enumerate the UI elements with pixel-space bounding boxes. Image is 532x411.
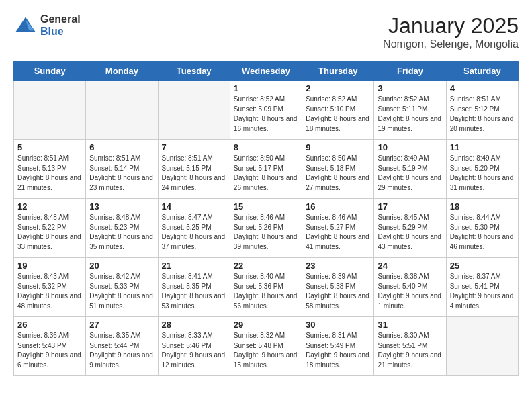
- day-detail: Sunrise: 8:31 AM Sunset: 5:49 PM Dayligh…: [306, 331, 370, 370]
- day-detail: Sunrise: 8:32 AM Sunset: 5:48 PM Dayligh…: [234, 331, 298, 370]
- calendar-day-cell: 15Sunrise: 8:46 AM Sunset: 5:26 PM Dayli…: [230, 199, 302, 258]
- day-detail: Sunrise: 8:45 AM Sunset: 5:29 PM Dayligh…: [378, 213, 442, 252]
- calendar-week-row: 5Sunrise: 8:51 AM Sunset: 5:13 PM Daylig…: [14, 140, 519, 199]
- calendar-day-cell: 3Sunrise: 8:52 AM Sunset: 5:11 PM Daylig…: [374, 81, 446, 140]
- day-number: 1: [234, 83, 298, 93]
- day-number: 24: [378, 261, 442, 271]
- page-header: General Blue January 2025 Nomgon, Seleng…: [13, 13, 519, 50]
- weekday-header: Friday: [374, 62, 446, 81]
- logo-general: General: [40, 13, 81, 26]
- calendar-week-row: 1Sunrise: 8:52 AM Sunset: 5:09 PM Daylig…: [14, 81, 519, 140]
- day-detail: Sunrise: 8:51 AM Sunset: 5:12 PM Dayligh…: [450, 95, 515, 134]
- calendar-day-cell: [446, 317, 518, 376]
- day-detail: Sunrise: 8:51 AM Sunset: 5:15 PM Dayligh…: [162, 154, 226, 193]
- day-detail: Sunrise: 8:36 AM Sunset: 5:43 PM Dayligh…: [17, 331, 82, 370]
- day-number: 9: [306, 142, 370, 152]
- day-number: 2: [306, 83, 370, 93]
- calendar-table: SundayMondayTuesdayWednesdayThursdayFrid…: [13, 61, 519, 376]
- day-number: 27: [89, 320, 154, 330]
- calendar-day-cell: 25Sunrise: 8:37 AM Sunset: 5:41 PM Dayli…: [446, 258, 518, 317]
- weekday-header: Thursday: [302, 62, 374, 81]
- calendar-week-row: 19Sunrise: 8:43 AM Sunset: 5:32 PM Dayli…: [14, 258, 519, 317]
- day-detail: Sunrise: 8:49 AM Sunset: 5:20 PM Dayligh…: [450, 154, 515, 193]
- weekday-header: Sunday: [14, 62, 86, 81]
- logo-blue: Blue: [40, 26, 81, 38]
- day-number: 15: [234, 201, 298, 212]
- day-detail: Sunrise: 8:46 AM Sunset: 5:27 PM Dayligh…: [306, 213, 370, 252]
- day-detail: Sunrise: 8:52 AM Sunset: 5:09 PM Dayligh…: [234, 95, 298, 134]
- day-detail: Sunrise: 8:51 AM Sunset: 5:14 PM Dayligh…: [89, 154, 154, 193]
- day-detail: Sunrise: 8:40 AM Sunset: 5:36 PM Dayligh…: [234, 272, 298, 311]
- calendar-day-cell: 31Sunrise: 8:30 AM Sunset: 5:51 PM Dayli…: [374, 317, 446, 376]
- calendar-subtitle: Nomgon, Selenge, Mongolia: [383, 38, 519, 50]
- calendar-day-cell: 27Sunrise: 8:35 AM Sunset: 5:44 PM Dayli…: [86, 317, 158, 376]
- day-number: 7: [162, 142, 226, 152]
- day-number: 28: [162, 320, 226, 330]
- day-detail: Sunrise: 8:41 AM Sunset: 5:35 PM Dayligh…: [162, 272, 226, 311]
- calendar-day-cell: 6Sunrise: 8:51 AM Sunset: 5:14 PM Daylig…: [86, 140, 158, 199]
- day-number: 22: [234, 261, 298, 271]
- weekday-header-row: SundayMondayTuesdayWednesdayThursdayFrid…: [14, 62, 519, 81]
- calendar-day-cell: [158, 81, 230, 140]
- calendar-day-cell: 7Sunrise: 8:51 AM Sunset: 5:15 PM Daylig…: [158, 140, 230, 199]
- calendar-day-cell: 30Sunrise: 8:31 AM Sunset: 5:49 PM Dayli…: [302, 317, 374, 376]
- day-detail: Sunrise: 8:51 AM Sunset: 5:13 PM Dayligh…: [17, 154, 82, 193]
- logo: General Blue: [13, 13, 81, 38]
- logo-text: General Blue: [40, 13, 81, 37]
- day-detail: Sunrise: 8:39 AM Sunset: 5:38 PM Dayligh…: [306, 272, 370, 311]
- day-number: 25: [450, 261, 515, 271]
- day-number: 14: [162, 201, 226, 212]
- day-number: 21: [162, 261, 226, 271]
- calendar-day-cell: 5Sunrise: 8:51 AM Sunset: 5:13 PM Daylig…: [14, 140, 86, 199]
- day-detail: Sunrise: 8:50 AM Sunset: 5:18 PM Dayligh…: [306, 154, 370, 193]
- calendar-day-cell: 21Sunrise: 8:41 AM Sunset: 5:35 PM Dayli…: [158, 258, 230, 317]
- day-detail: Sunrise: 8:52 AM Sunset: 5:11 PM Dayligh…: [378, 95, 442, 134]
- calendar-week-row: 26Sunrise: 8:36 AM Sunset: 5:43 PM Dayli…: [14, 317, 519, 376]
- calendar-day-cell: 16Sunrise: 8:46 AM Sunset: 5:27 PM Dayli…: [302, 199, 374, 258]
- day-number: 5: [17, 142, 82, 152]
- weekday-header: Monday: [86, 62, 158, 81]
- day-number: 10: [378, 142, 442, 152]
- calendar-day-cell: 22Sunrise: 8:40 AM Sunset: 5:36 PM Dayli…: [230, 258, 302, 317]
- calendar-day-cell: 29Sunrise: 8:32 AM Sunset: 5:48 PM Dayli…: [230, 317, 302, 376]
- calendar-title: January 2025: [383, 13, 519, 38]
- day-detail: Sunrise: 8:46 AM Sunset: 5:26 PM Dayligh…: [234, 213, 298, 252]
- day-detail: Sunrise: 8:38 AM Sunset: 5:40 PM Dayligh…: [378, 272, 442, 311]
- day-detail: Sunrise: 8:33 AM Sunset: 5:46 PM Dayligh…: [162, 331, 226, 370]
- calendar-day-cell: 9Sunrise: 8:50 AM Sunset: 5:18 PM Daylig…: [302, 140, 374, 199]
- day-detail: Sunrise: 8:48 AM Sunset: 5:22 PM Dayligh…: [17, 213, 82, 252]
- weekday-header: Wednesday: [230, 62, 302, 81]
- day-detail: Sunrise: 8:49 AM Sunset: 5:19 PM Dayligh…: [378, 154, 442, 193]
- day-detail: Sunrise: 8:47 AM Sunset: 5:25 PM Dayligh…: [162, 213, 226, 252]
- day-number: 17: [378, 201, 442, 212]
- day-number: 12: [17, 201, 82, 212]
- day-number: 19: [17, 261, 82, 271]
- day-number: 6: [89, 142, 154, 152]
- calendar-day-cell: 20Sunrise: 8:42 AM Sunset: 5:33 PM Dayli…: [86, 258, 158, 317]
- day-number: 18: [450, 201, 515, 212]
- day-detail: Sunrise: 8:52 AM Sunset: 5:10 PM Dayligh…: [306, 95, 370, 134]
- logo-icon: [13, 13, 38, 38]
- calendar-day-cell: 28Sunrise: 8:33 AM Sunset: 5:46 PM Dayli…: [158, 317, 230, 376]
- day-number: 16: [306, 201, 370, 212]
- calendar-day-cell: 10Sunrise: 8:49 AM Sunset: 5:19 PM Dayli…: [374, 140, 446, 199]
- calendar-day-cell: 11Sunrise: 8:49 AM Sunset: 5:20 PM Dayli…: [446, 140, 518, 199]
- day-number: 3: [378, 83, 442, 93]
- day-number: 13: [89, 201, 154, 212]
- day-number: 31: [378, 320, 442, 330]
- calendar-day-cell: 17Sunrise: 8:45 AM Sunset: 5:29 PM Dayli…: [374, 199, 446, 258]
- day-detail: Sunrise: 8:44 AM Sunset: 5:30 PM Dayligh…: [450, 213, 515, 252]
- calendar-week-row: 12Sunrise: 8:48 AM Sunset: 5:22 PM Dayli…: [14, 199, 519, 258]
- day-number: 23: [306, 261, 370, 271]
- day-number: 4: [450, 83, 515, 93]
- day-detail: Sunrise: 8:30 AM Sunset: 5:51 PM Dayligh…: [378, 331, 442, 370]
- calendar-day-cell: [86, 81, 158, 140]
- day-detail: Sunrise: 8:37 AM Sunset: 5:41 PM Dayligh…: [450, 272, 515, 311]
- calendar-day-cell: [14, 81, 86, 140]
- calendar-day-cell: 18Sunrise: 8:44 AM Sunset: 5:30 PM Dayli…: [446, 199, 518, 258]
- title-block: January 2025 Nomgon, Selenge, Mongolia: [383, 13, 519, 50]
- day-detail: Sunrise: 8:48 AM Sunset: 5:23 PM Dayligh…: [89, 213, 154, 252]
- calendar-day-cell: 13Sunrise: 8:48 AM Sunset: 5:23 PM Dayli…: [86, 199, 158, 258]
- day-number: 26: [17, 320, 82, 330]
- calendar-day-cell: 23Sunrise: 8:39 AM Sunset: 5:38 PM Dayli…: [302, 258, 374, 317]
